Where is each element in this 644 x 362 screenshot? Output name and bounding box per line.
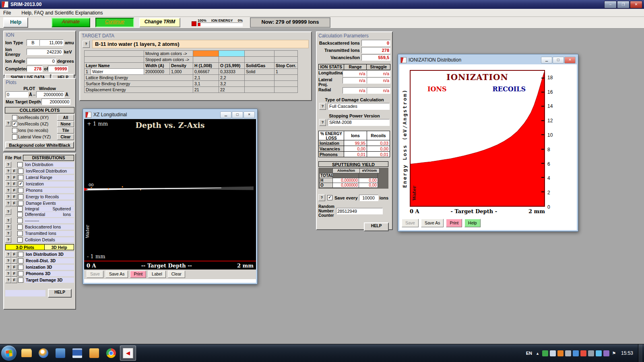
target-question-button[interactable]: ? [83,41,90,48]
file-button[interactable]: F [11,251,17,257]
xz-clear-button[interactable]: Clear [168,271,185,278]
display-tray-icon[interactable] [596,350,602,356]
ion-energy-input[interactable]: 242230 [27,49,63,55]
ion-mass-input[interactable]: 11,009 [39,39,64,46]
question-button[interactable]: ? [5,187,11,193]
checkbox[interactable] [12,134,17,140]
stopping-version-select[interactable]: SRIM-2008 [328,119,390,126]
checkbox[interactable] [18,258,23,263]
layer-width-cell[interactable]: 20000000 [144,69,170,75]
xz-save-as-button[interactable]: Save As [105,271,128,278]
save-question-button[interactable]: ? [318,194,325,201]
maximize-button[interactable]: ❐ [617,1,630,8]
srim-taskbar-button[interactable]: ◀ [120,346,136,361]
lattice-h-cell[interactable]: 2,1 [193,75,219,81]
checkbox[interactable] [17,206,23,212]
clock[interactable]: 15:53 [621,350,633,356]
save-every-checkbox[interactable]: ✓ [327,195,332,200]
app-orange-taskbar-button[interactable] [86,346,102,361]
save-taskbar-button[interactable] [69,346,85,361]
cloud-tray-icon[interactable] [573,350,579,356]
damage-type-select[interactable]: Full Cascades [328,103,390,110]
xz-print-button[interactable]: Print [130,271,146,278]
checkbox[interactable] [17,237,23,243]
question-button[interactable]: ? [5,218,11,224]
ionization-window[interactable]: IONIZATION Distribution ▁ ▢ ✕ Energy Los… [398,54,578,232]
menu-file[interactable]: File [3,10,11,16]
calc-help-button[interactable]: HELP [364,222,389,231]
xz-minimize-button[interactable]: ▁ [220,111,231,118]
checkbox[interactable] [17,218,23,223]
lattice-o-cell[interactable]: 2,2 [219,75,245,81]
chrome-taskbar-button[interactable] [103,346,119,361]
ionization-close-button[interactable]: ✕ [564,57,576,64]
collision-question-button[interactable]: ? [5,120,11,126]
question-button[interactable]: ? [5,162,11,168]
checkbox[interactable] [17,231,23,236]
checkbox[interactable] [18,188,23,193]
help-3d-button[interactable]: 3D Help [45,244,74,250]
ionization-titlebar[interactable]: IONIZATION Distribution ▁ ▢ ✕ [399,56,577,64]
ionization-help-button[interactable]: Help [464,219,481,227]
stopping-question-button[interactable]: ? [319,119,326,126]
save-every-input[interactable]: 10000 [359,195,378,201]
shield-tray-icon[interactable] [542,350,548,356]
xz-window-titlebar[interactable]: XZ Longitudinal ▁ ▢ ✕ [84,110,256,119]
animate-button[interactable]: Animate [52,18,90,27]
file-button[interactable]: F [11,277,17,283]
question-button[interactable]: ? [5,168,11,174]
language-indicator[interactable]: EN [526,351,532,356]
distributions-help-button[interactable]: HELP [48,289,72,298]
continue-button[interactable]: Continue [95,18,134,27]
question-button[interactable]: ? [5,200,11,206]
checkbox[interactable] [18,252,23,257]
question-button[interactable]: ? [5,209,11,215]
update-tray-icon[interactable] [557,350,564,356]
menu-help-faq[interactable]: Help, FAQ and Scientific Explanations [21,10,103,16]
ion-angle-input[interactable]: 0 [27,58,56,64]
start-button[interactable] [1,346,17,361]
max-depth-input[interactable]: 20000000 [41,99,70,105]
minimize-button[interactable]: – [604,1,617,8]
damage-question-button[interactable]: ? [319,103,326,110]
layer-state-cell[interactable]: Solid [245,69,275,75]
file-button[interactable]: F [11,181,17,187]
checkbox[interactable] [17,162,23,167]
checkbox[interactable] [17,212,23,217]
collision-clear-button[interactable]: Clear [57,134,74,140]
ionization-maximize-button[interactable]: ▢ [553,57,564,64]
flag-tray-icon[interactable]: ⚑ [611,350,617,356]
usb-tray-icon[interactable] [588,350,594,356]
file-button[interactable]: F [11,264,17,270]
question-button[interactable]: ? [5,237,11,243]
checkbox[interactable] [18,201,23,206]
question-button[interactable]: ? [5,251,11,257]
checkbox[interactable]: ✓ [12,121,17,127]
file-button[interactable]: F [11,168,17,174]
network-tray-icon[interactable] [550,350,556,356]
question-button[interactable]: ? [5,230,11,237]
layer-o-cell[interactable]: 0,33333 [219,69,245,75]
layer-h-cell[interactable]: 0,66667 [193,69,219,75]
xz-longitudinal-window[interactable]: XZ Longitudinal ▁ ▢ ✕ + 1 mm Depth vs. Z… [83,109,258,284]
surface-h-cell[interactable]: 3,1 [193,81,219,87]
ion-type-input[interactable]: B [27,39,39,46]
plots-3d-label[interactable]: 3-D Plots [5,244,45,250]
surface-o-cell[interactable]: 3,2 [219,81,245,87]
ionization-print-button[interactable]: Print [446,219,462,227]
xz-close-button[interactable]: ✕ [244,111,255,118]
layer-stop-cell[interactable]: 1 [275,69,298,75]
file-button[interactable]: F [11,200,17,206]
plot-window-to-input[interactable]: 20000000 [36,91,64,98]
xz-label-button[interactable]: Label [148,271,166,278]
question-button[interactable]: ? [5,271,11,277]
checkbox[interactable] [12,115,17,120]
checkbox[interactable] [18,278,23,283]
collision-none-button[interactable]: None [57,121,74,127]
file-button[interactable]: F [11,271,17,277]
file-button[interactable]: F [11,175,17,181]
xz-maximize-button[interactable]: ▢ [232,111,243,118]
app-blue-taskbar-button[interactable] [52,346,68,361]
close-button[interactable]: ✕ [630,1,642,8]
checkbox[interactable] [17,224,23,230]
